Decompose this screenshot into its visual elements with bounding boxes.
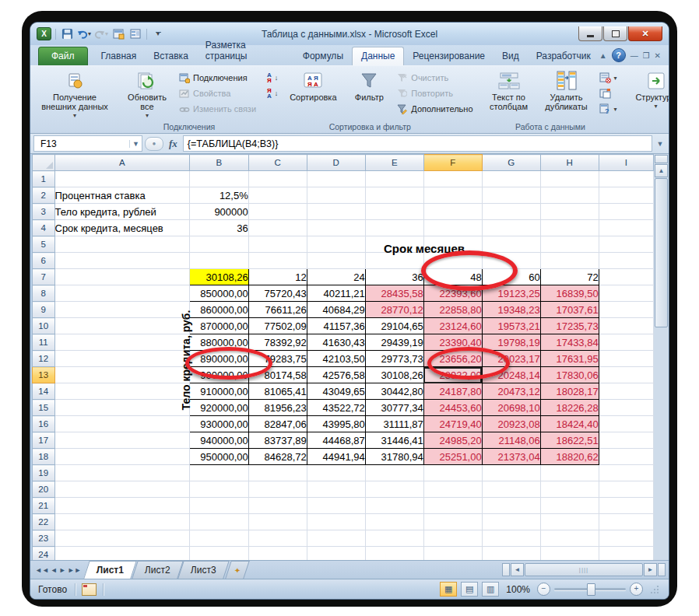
cell-H1[interactable] bbox=[540, 171, 599, 187]
row-header-10[interactable]: 10 bbox=[33, 318, 55, 334]
cell-E23[interactable] bbox=[365, 530, 423, 547]
save-icon[interactable] bbox=[60, 28, 74, 40]
cell-A2[interactable]: Процентная ставка bbox=[54, 187, 190, 204]
cell-I3[interactable] bbox=[599, 204, 653, 220]
cell-I2[interactable] bbox=[599, 187, 653, 204]
cell-H14[interactable]: 18028,17 bbox=[540, 383, 599, 400]
row-header-12[interactable]: 12 bbox=[33, 351, 55, 367]
cell-G9[interactable]: 19348,23 bbox=[482, 302, 540, 318]
cell-F23[interactable] bbox=[423, 530, 482, 547]
cell-D19[interactable] bbox=[307, 465, 365, 481]
cell-I22[interactable] bbox=[599, 514, 653, 530]
cell-D9[interactable]: 40684,29 bbox=[307, 302, 365, 318]
close-button[interactable]: ✕ bbox=[628, 26, 662, 41]
cell-I17[interactable] bbox=[599, 432, 653, 449]
cell-A13[interactable] bbox=[54, 367, 190, 383]
cell-G2[interactable] bbox=[482, 187, 540, 204]
cell-A8[interactable] bbox=[54, 285, 190, 302]
cell-D20[interactable] bbox=[307, 481, 365, 498]
row-header-20[interactable]: 20 bbox=[33, 481, 55, 498]
column-header-E[interactable]: E bbox=[365, 155, 423, 171]
scroll-right-icon[interactable]: ► bbox=[644, 563, 657, 576]
cell-I4[interactable] bbox=[599, 220, 653, 236]
cell-A12[interactable] bbox=[54, 351, 190, 367]
sheet-tab-2[interactable]: Лист3 bbox=[178, 561, 230, 579]
remove-duplicates-button[interactable]: Удалить дубликаты bbox=[538, 68, 595, 121]
cell-C8[interactable]: 75720,43 bbox=[248, 285, 307, 302]
cell-F10[interactable]: 23124,60 bbox=[423, 318, 482, 334]
cell-B7[interactable]: 30108,26 bbox=[190, 269, 249, 285]
cell-C13[interactable]: 80174,58 bbox=[248, 367, 307, 383]
cell-I8[interactable] bbox=[599, 285, 653, 302]
cell-B16[interactable]: 930000,00 bbox=[190, 416, 249, 432]
properties-button[interactable]: Свойства bbox=[176, 86, 258, 100]
cell-E14[interactable]: 30442,80 bbox=[365, 383, 423, 400]
cell-H22[interactable] bbox=[540, 514, 599, 530]
cell-C16[interactable]: 82847,06 bbox=[248, 416, 307, 432]
cell-D5[interactable] bbox=[307, 236, 365, 253]
cell-B12[interactable]: 890000,00 bbox=[190, 351, 249, 367]
cell-F15[interactable]: 24453,60 bbox=[423, 400, 482, 416]
cell-D16[interactable]: 43995,80 bbox=[307, 416, 365, 432]
cell-E5[interactable] bbox=[365, 236, 423, 253]
cell-B9[interactable]: 860000,00 bbox=[190, 302, 249, 318]
cell-I9[interactable] bbox=[599, 302, 653, 318]
minimize-button[interactable] bbox=[578, 26, 602, 41]
prev-sheet-icon[interactable]: ◄ bbox=[51, 566, 58, 574]
cell-D12[interactable]: 42103,50 bbox=[307, 351, 365, 367]
select-all-corner[interactable] bbox=[33, 155, 55, 171]
row-header-11[interactable]: 11 bbox=[33, 334, 55, 351]
cell-D11[interactable]: 41630,43 bbox=[307, 334, 365, 351]
cell-B13[interactable]: 900000,00 bbox=[190, 367, 249, 383]
ribbon-tab-0[interactable]: Главная bbox=[93, 47, 146, 65]
cell-I1[interactable] bbox=[599, 171, 653, 187]
cell-C5[interactable] bbox=[248, 236, 307, 253]
cell-A1[interactable] bbox=[54, 171, 190, 187]
row-header-23[interactable]: 23 bbox=[33, 530, 55, 547]
column-header-H[interactable]: H bbox=[540, 155, 599, 171]
expand-formula-bar-icon[interactable]: ▼ bbox=[655, 140, 666, 148]
cell-I12[interactable] bbox=[599, 351, 653, 367]
cell-E18[interactable]: 31780,94 bbox=[365, 449, 423, 465]
cell-D24[interactable] bbox=[307, 547, 365, 561]
cell-C3[interactable] bbox=[248, 204, 307, 220]
cell-A10[interactable] bbox=[54, 318, 190, 334]
cell-D1[interactable] bbox=[307, 171, 365, 187]
row-header-22[interactable]: 22 bbox=[33, 514, 55, 530]
cell-H18[interactable]: 18820,62 bbox=[540, 449, 599, 465]
insert-function-icon[interactable]: fx bbox=[166, 138, 181, 150]
cell-G13[interactable]: 20248,14 bbox=[482, 367, 540, 383]
cell-E13[interactable]: 30108,26 bbox=[365, 367, 423, 383]
cell-C21[interactable] bbox=[248, 498, 307, 514]
cell-E17[interactable]: 31446,41 bbox=[365, 432, 423, 449]
cell-E19[interactable] bbox=[365, 465, 423, 481]
cell-E2[interactable] bbox=[365, 187, 423, 204]
cell-E12[interactable]: 29773,73 bbox=[365, 351, 423, 367]
cell-D10[interactable]: 41157,36 bbox=[307, 318, 365, 334]
cell-C20[interactable] bbox=[248, 481, 307, 498]
cell-I20[interactable] bbox=[599, 481, 653, 498]
row-header-16[interactable]: 16 bbox=[33, 416, 55, 432]
cell-E7[interactable]: 36 bbox=[365, 269, 423, 285]
cell-A7[interactable] bbox=[54, 269, 190, 285]
cell-B4[interactable]: 36 bbox=[190, 220, 249, 236]
ribbon-tab-7[interactable]: Разработчик bbox=[528, 47, 599, 65]
cell-I15[interactable] bbox=[599, 400, 653, 416]
edit-links-button[interactable]: Изменить связи bbox=[176, 102, 258, 116]
cell-B20[interactable] bbox=[190, 481, 249, 498]
cell-C15[interactable]: 81956,23 bbox=[248, 400, 307, 416]
row-header-4[interactable]: 4 bbox=[33, 220, 55, 236]
name-box[interactable]: F13 ▼ bbox=[33, 135, 142, 152]
cell-C11[interactable]: 78392,92 bbox=[248, 334, 307, 351]
cell-H5[interactable] bbox=[540, 236, 599, 253]
text-to-columns-button[interactable]: Текст по столбцам bbox=[482, 68, 536, 121]
cell-I21[interactable] bbox=[599, 498, 653, 514]
data-validation-button[interactable]: ▾ bbox=[597, 71, 620, 85]
scroll-up-icon[interactable]: ▲ bbox=[655, 164, 668, 177]
ribbon-tab-4[interactable]: Данные bbox=[352, 47, 404, 65]
cell-D21[interactable] bbox=[307, 498, 365, 514]
cell-F8[interactable]: 22393,60 bbox=[423, 285, 482, 302]
row-header-5[interactable]: 5 bbox=[33, 236, 55, 253]
vertical-scroll-thumb[interactable] bbox=[655, 178, 668, 327]
cell-G11[interactable]: 19798,19 bbox=[482, 334, 540, 351]
